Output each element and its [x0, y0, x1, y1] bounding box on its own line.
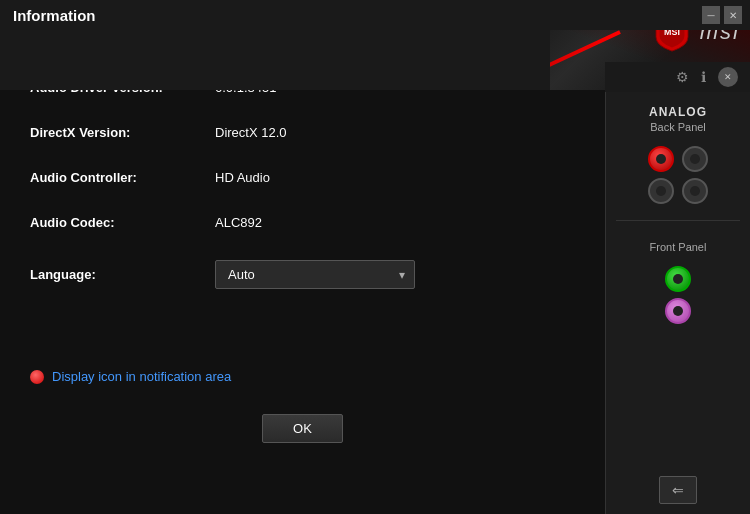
language-select-wrapper: Auto English Chinese Japanese Korean Ger… [215, 260, 415, 289]
close-button[interactable]: ✕ [724, 6, 742, 24]
jack-inner [690, 154, 700, 164]
audio-controller-value: HD Audio [215, 170, 270, 185]
front-jack-item-1 [616, 266, 740, 292]
jack-item-1 [616, 146, 740, 172]
jack-inner [673, 274, 683, 284]
ok-button[interactable]: OK [262, 414, 343, 443]
audio-controller-label: Audio Controller: [30, 170, 215, 185]
audio-controller-row: Audio Controller: HD Audio [30, 170, 575, 185]
jack-inner [673, 306, 683, 316]
top-toolbar: ⚙ ℹ ✕ [605, 62, 750, 92]
bottom-button-area: ⇐ [606, 476, 750, 504]
front-panel-label: Front Panel [611, 241, 745, 253]
jack-item-2 [616, 178, 740, 204]
directx-label: DirectX Version: [30, 125, 215, 140]
analog-label: ANALOG [611, 105, 745, 119]
directx-value: DirectX 12.0 [215, 125, 287, 140]
jack-gray-2[interactable] [648, 178, 674, 204]
notification-area: Display icon in notification area [0, 349, 605, 404]
notification-text: Display icon in notification area [52, 369, 231, 384]
back-button[interactable]: ⇐ [659, 476, 697, 504]
front-panel-header: Front Panel [606, 229, 750, 258]
window-title: Information [8, 7, 96, 24]
language-select[interactable]: Auto English Chinese Japanese Korean Ger… [215, 260, 415, 289]
ok-button-area: OK [0, 414, 605, 443]
jack-red[interactable] [648, 146, 674, 172]
jack-gray-3[interactable] [682, 178, 708, 204]
jack-green[interactable] [665, 266, 691, 292]
directx-row: DirectX Version: DirectX 12.0 [30, 125, 575, 140]
title-bar: Information ─ ✕ [0, 0, 750, 30]
jack-inner [690, 186, 700, 196]
close-x-icon: ✕ [724, 72, 732, 82]
right-panel: ANALOG Back Panel Front Panel [605, 90, 750, 514]
language-label: Language: [30, 267, 215, 282]
close-circle-button[interactable]: ✕ [718, 67, 738, 87]
jack-inner [656, 186, 666, 196]
back-panel-label: Back Panel [611, 121, 745, 133]
main-content: Audio Driver Version: 6.0.1.8451 DirectX… [0, 30, 605, 514]
language-row: Language: Auto English Chinese Japanese … [30, 260, 575, 289]
gear-icon[interactable]: ⚙ [676, 69, 689, 85]
audio-codec-label: Audio Codec: [30, 215, 215, 230]
back-panel-jacks [606, 138, 750, 212]
audio-codec-row: Audio Codec: ALC892 [30, 215, 575, 230]
front-jack-item-2 [616, 298, 740, 324]
front-panel-jacks [606, 258, 750, 332]
jack-pink[interactable] [665, 298, 691, 324]
info-icon[interactable]: ℹ [701, 69, 706, 85]
window-controls: ─ ✕ [702, 6, 742, 24]
jack-gray-1[interactable] [682, 146, 708, 172]
minimize-button[interactable]: ─ [702, 6, 720, 24]
analog-back-panel-header: ANALOG Back Panel [606, 90, 750, 138]
notification-red-dot [30, 370, 44, 384]
panel-separator [616, 220, 740, 221]
audio-codec-value: ALC892 [215, 215, 262, 230]
jack-inner [656, 154, 666, 164]
